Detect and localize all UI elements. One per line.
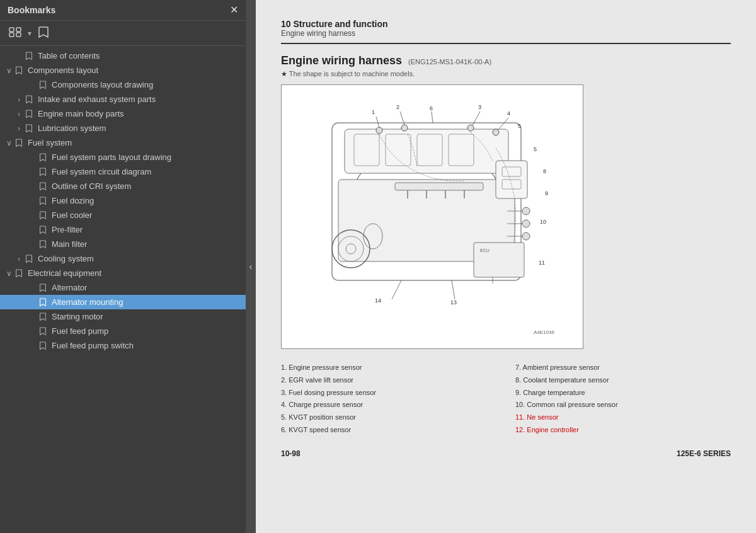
panel-collapse-handle[interactable]: ‹ — [246, 0, 256, 533]
svg-point-30 — [467, 125, 474, 131]
svg-point-27 — [401, 125, 408, 131]
bookmark-icon-fuel-system — [14, 139, 24, 147]
item-label-fuel-dozing: Fuel dozing — [52, 196, 94, 205]
view-toggle-button[interactable] — [6, 26, 24, 40]
svg-text:3: 3 — [478, 104, 481, 110]
svg-line-48 — [452, 280, 455, 299]
svg-line-34 — [498, 118, 508, 130]
bookmark-icon-components-layout — [14, 66, 24, 74]
collapse-icon: ‹ — [249, 261, 253, 272]
tree-item-engine-main-body[interactable]: ›Engine main body parts — [0, 106, 246, 121]
item-label-electrical-equipment: Electrical equipment — [28, 268, 101, 278]
diagram-note: The shape is subject to machine models. — [281, 70, 731, 78]
item-label-cooling-system: Cooling system — [38, 254, 94, 263]
tree-item-fuel-system-parts[interactable]: Fuel system parts layout drawing — [0, 150, 246, 164]
svg-rect-0 — [9, 28, 14, 32]
tree-item-fuel-feed-pump-switch[interactable]: Fuel feed pump switch — [0, 338, 246, 353]
bookmark-icon-fuel-feed-pump — [38, 327, 48, 335]
tree-item-lubrication-system[interactable]: ›Lubrication system — [0, 121, 246, 135]
tree-item-table-of-contents[interactable]: Table of contents — [0, 49, 246, 63]
bookmark-icon-electrical-equipment — [14, 269, 24, 277]
bookmark-action-button[interactable] — [35, 25, 52, 42]
legend-list: 1. Engine pressure sensor2. EGR valve li… — [281, 362, 731, 437]
expand-icon-fuel-system: ∨ — [4, 139, 14, 147]
svg-text:8: 8 — [543, 168, 546, 175]
bookmark-icon-cooling-system — [24, 255, 34, 263]
svg-text:14: 14 — [375, 297, 381, 304]
bookmark-icon-alternator — [38, 284, 48, 292]
svg-text:1: 1 — [372, 109, 375, 115]
dropdown-arrow: ▾ — [28, 29, 32, 38]
bookmark-icon-starting-motor — [38, 312, 48, 321]
sidebar-toolbar: ▾ — [0, 21, 246, 46]
legend-item-12: 12. Engine controller — [515, 424, 731, 437]
item-label-alternator: Alternator — [52, 283, 87, 292]
expand-icon-cooling-system: › — [14, 255, 24, 263]
item-label-pre-filter: Pre-filter — [52, 225, 83, 234]
legend-item-8: 8. Coolant temperature sensor — [515, 374, 731, 387]
item-label-fuel-feed-pump-switch: Fuel feed pump switch — [52, 341, 134, 350]
expand-icon-intake-exhaust: › — [14, 95, 24, 104]
tree-item-fuel-cooler[interactable]: Fuel cooler — [0, 208, 246, 222]
tree-item-main-filter[interactable]: Main filter — [0, 237, 246, 251]
tree-item-cooling-system[interactable]: ›Cooling system — [0, 251, 246, 266]
tree-item-fuel-system-circuit[interactable]: Fuel system circuit diagram — [0, 164, 246, 179]
section-subtitle: Engine wiring harness — [281, 29, 731, 38]
svg-point-53 — [522, 220, 530, 227]
svg-rect-19 — [395, 183, 483, 190]
item-label-components-layout: Components layout — [28, 66, 98, 75]
svg-text:2: 2 — [396, 104, 399, 110]
tree-item-alternator[interactable]: Alternator — [0, 280, 246, 295]
sidebar: Bookmarks ✕ ▾ Table of contents∨Componen… — [0, 0, 246, 533]
bookmark-icon-fuel-feed-pump-switch — [38, 341, 48, 350]
tree-item-starting-motor[interactable]: Starting motor — [0, 309, 246, 324]
tree-item-electrical-equipment[interactable]: ∨Electrical equipment — [0, 266, 246, 280]
bookmark-icon-fuel-system-circuit — [38, 168, 48, 176]
item-label-intake-exhaust: Intake and exhaust system parts — [38, 95, 156, 104]
tree-item-intake-exhaust[interactable]: ›Intake and exhaust system parts — [0, 92, 246, 106]
legend-item-6: 6. KVGT speed sensor — [281, 424, 496, 437]
bookmark-icon-lubrication-system — [24, 124, 34, 132]
item-label-alternator-mounting: Alternator mounting — [52, 297, 123, 307]
item-label-components-layout-drawing: Components layout drawing — [52, 80, 153, 89]
page-number: 10-98 — [281, 449, 301, 458]
diagram-code: (ENG125-MS1-041K-00-A) — [408, 58, 491, 66]
expand-icon-engine-main-body: › — [14, 110, 24, 118]
item-label-engine-main-body: Engine main body parts — [38, 109, 124, 118]
svg-line-47 — [392, 280, 401, 299]
bookmark-icon-engine-main-body — [24, 110, 34, 118]
sidebar-header: Bookmarks ✕ — [0, 0, 246, 21]
svg-rect-1 — [9, 33, 14, 37]
grid-icon — [9, 27, 21, 37]
legend-item-3: 3. Fuel dosing pressure sensor — [281, 387, 496, 399]
tree-item-fuel-feed-pump[interactable]: Fuel feed pump — [0, 324, 246, 338]
item-label-fuel-system-circuit: Fuel system circuit diagram — [52, 167, 151, 176]
tree-item-outline-cri[interactable]: Outline of CRI system — [0, 179, 246, 193]
bookmark-icon-fuel-system-parts — [38, 153, 48, 161]
close-button[interactable]: ✕ — [230, 5, 238, 15]
svg-text:A4E1036: A4E1036 — [534, 330, 554, 335]
tree-item-fuel-system[interactable]: ∨Fuel system — [0, 135, 246, 150]
diagram-title: Engine wiring harness — [281, 54, 402, 67]
bookmark-icon-outline-cri — [38, 182, 48, 190]
tree-item-fuel-dozing[interactable]: Fuel dozing — [0, 193, 246, 208]
item-label-fuel-feed-pump: Fuel feed pump — [52, 326, 108, 336]
bookmark-icon — [38, 26, 49, 38]
svg-text:11: 11 — [539, 260, 545, 266]
legend-item-2: 2. EGR valve lift sensor — [281, 374, 496, 387]
legend-item-10: 10. Common rail pressure sensor — [515, 399, 731, 411]
sidebar-title: Bookmarks — [8, 5, 55, 15]
tree-item-pre-filter[interactable]: Pre-filter — [0, 222, 246, 237]
bookmark-icon-intake-exhaust — [24, 95, 34, 103]
tree-item-alternator-mounting[interactable]: Alternator mounting — [0, 295, 246, 309]
tree-item-components-layout[interactable]: ∨Components layout — [0, 63, 246, 77]
engine-svg: 1 2 3 4 5 8 9 10 6 — [282, 85, 571, 337]
main-content: 10 Structure and function Engine wiring … — [256, 0, 756, 533]
tree-item-components-layout-drawing[interactable]: Components layout drawing — [0, 77, 246, 92]
svg-rect-6 — [345, 129, 508, 173]
legend-item-9: 9. Charge temperature — [515, 387, 731, 399]
header-divider — [281, 43, 731, 44]
bookmark-icon-pre-filter — [38, 226, 48, 234]
svg-text:5: 5 — [518, 123, 521, 129]
bookmark-icon-fuel-dozing — [38, 197, 48, 205]
